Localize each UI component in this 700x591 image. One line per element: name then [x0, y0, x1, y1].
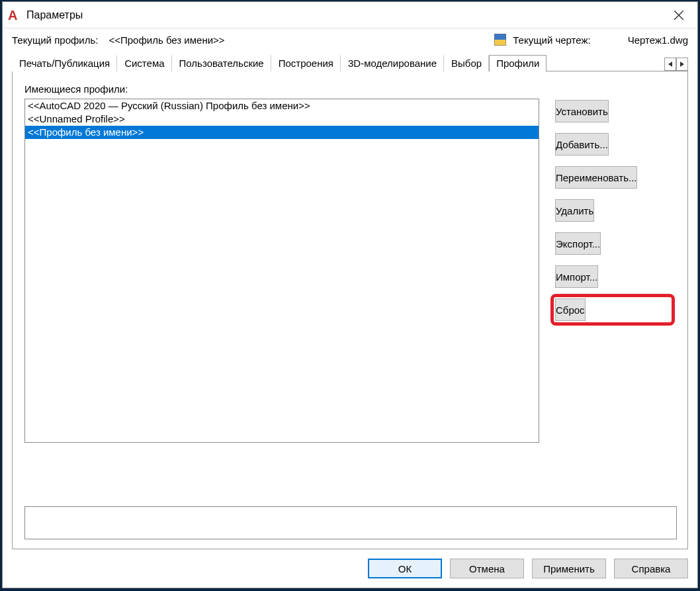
- current-profile-label: Текущий профиль:: [12, 34, 98, 46]
- export-button[interactable]: Экспорт...: [555, 232, 601, 255]
- drawing-icon: [494, 34, 506, 46]
- profiles-list-label: Имеющиеся профили:: [24, 83, 676, 95]
- apply-button[interactable]: Применить: [532, 559, 606, 578]
- dialog-footer: ОК Отмена Применить Справка: [3, 549, 697, 588]
- help-button[interactable]: Справка: [614, 559, 688, 578]
- current-drawing-label: Текущий чертеж:: [513, 34, 590, 46]
- reset-button[interactable]: Сброс: [555, 298, 586, 321]
- rename-button[interactable]: Переименовать...: [555, 166, 637, 189]
- tab-drafting[interactable]: Построения: [271, 55, 341, 71]
- current-profile-value: <<Профиль без имени>>: [109, 34, 224, 46]
- svg-rect-3: [494, 40, 506, 46]
- profile-buttons: Установить Добавить... Переименовать... …: [555, 99, 670, 467]
- tab-print-publish[interactable]: Печать/Публикация: [12, 55, 117, 71]
- cancel-button[interactable]: Отмена: [450, 559, 524, 578]
- app-icon: A: [8, 9, 21, 22]
- list-item[interactable]: <<Unnamed Profile>>: [25, 113, 539, 126]
- svg-marker-6: [680, 62, 684, 67]
- close-button[interactable]: [666, 2, 692, 28]
- set-current-button[interactable]: Установить: [555, 100, 609, 122]
- info-row: Текущий профиль: <<Профиль без имени>> Т…: [3, 28, 697, 52]
- description-box: [24, 506, 677, 539]
- tab-scroll-right[interactable]: [676, 58, 688, 71]
- tab-system[interactable]: Система: [117, 55, 171, 71]
- dialog-title: Параметры: [26, 9, 666, 21]
- tab-selection[interactable]: Выбор: [444, 55, 489, 71]
- chevron-left-icon: [668, 62, 672, 67]
- options-dialog: A Параметры Текущий профиль: <<Профиль б…: [2, 1, 698, 588]
- list-item[interactable]: <<Профиль без имени>>: [25, 126, 539, 139]
- add-button[interactable]: Добавить...: [555, 133, 609, 156]
- delete-button[interactable]: Удалить: [555, 199, 594, 222]
- tab-user[interactable]: Пользовательские: [172, 55, 271, 71]
- profiles-listbox[interactable]: <<AutoCAD 2020 — Русский (Russian) Профи…: [24, 99, 539, 443]
- tab-3d-modeling[interactable]: 3D-моделирование: [341, 55, 444, 71]
- tab-scroller: [664, 58, 688, 71]
- tab-content-profiles: Имеющиеся профили: <<AutoCAD 2020 — Русс…: [12, 71, 688, 549]
- svg-rect-2: [494, 34, 506, 40]
- list-item[interactable]: <<AutoCAD 2020 — Русский (Russian) Профи…: [25, 99, 539, 113]
- chevron-right-icon: [680, 62, 684, 67]
- close-icon: [674, 11, 683, 20]
- titlebar: A Параметры: [3, 2, 697, 28]
- tab-scroll-left[interactable]: [664, 58, 676, 71]
- svg-marker-5: [668, 62, 672, 67]
- tab-profiles[interactable]: Профили: [489, 55, 547, 71]
- current-drawing-value: Чертеж1.dwg: [628, 34, 688, 46]
- ok-button[interactable]: ОК: [368, 559, 442, 578]
- tab-strip: Печать/Публикация Система Пользовательск…: [3, 52, 697, 71]
- import-button[interactable]: Импорт...: [555, 265, 598, 288]
